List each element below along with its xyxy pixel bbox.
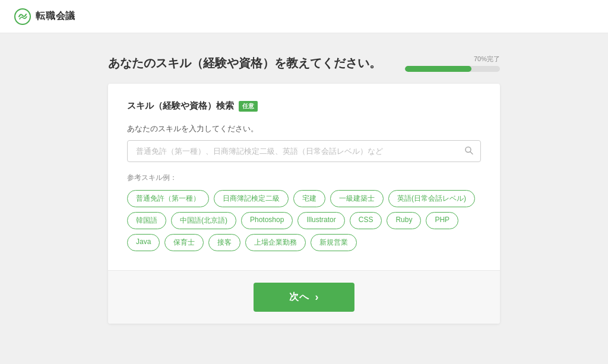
svg-point-0 (15, 9, 30, 24)
next-button-label: 次へ (289, 291, 309, 303)
chevron-right-icon: › (315, 291, 319, 303)
progress-bar-fill (405, 66, 471, 72)
skill-tag[interactable]: 日商簿記検定二級 (214, 190, 289, 207)
skill-tag[interactable]: 保育士 (164, 234, 204, 251)
skill-tag[interactable]: 一級建築士 (330, 190, 384, 207)
skill-tag[interactable]: CSS (350, 212, 382, 229)
progress-bar-bg (405, 66, 500, 72)
main-card: スキル（経験や資格）検索 任意 あなたのスキルを入力してください。 参考スキル例… (108, 84, 500, 324)
skill-tag[interactable]: Java (127, 234, 160, 251)
skill-tag[interactable]: 宅建 (293, 190, 325, 207)
skill-tag[interactable]: Photoshop (241, 212, 293, 229)
skill-tags-wrap: 普通免許（第一種）日商簿記検定二級宅建一級建築士英語(日常会話レベル)韓国語中国… (127, 190, 481, 251)
skill-tag[interactable]: 中国語(北京語) (171, 212, 236, 229)
skill-tag[interactable]: 上場企業勤務 (245, 234, 306, 251)
section-title: スキル（経験や資格）検索 任意 (127, 100, 481, 112)
card-body: スキル（経験や資格）検索 任意 あなたのスキルを入力してください。 参考スキル例… (108, 84, 500, 270)
logo-icon (14, 8, 31, 25)
ref-skills-label: 参考スキル例： (127, 173, 481, 183)
page-header: あなたのスキル（経験や資格）を教えてください。 70%完了 (108, 55, 500, 72)
skill-tag[interactable]: Illustrator (297, 212, 344, 229)
required-badge: 任意 (239, 101, 258, 112)
skill-tag[interactable]: 韓国語 (127, 212, 166, 229)
skill-tag[interactable]: 新規営業 (311, 234, 357, 251)
svg-line-2 (470, 151, 473, 154)
page-title: あなたのスキル（経験や資格）を教えてください。 (108, 55, 381, 71)
progress-wrap: 70%完了 (405, 55, 500, 72)
skill-tag[interactable]: 接客 (208, 234, 240, 251)
skill-tag[interactable]: 普通免許（第一種） (127, 190, 209, 207)
progress-label: 70%完了 (474, 55, 500, 64)
input-label: あなたのスキルを入力してください。 (127, 124, 481, 134)
logo-text: 転職会議 (36, 10, 75, 23)
search-wrap (127, 140, 481, 162)
skill-tag[interactable]: 英語(日常会話レベル) (388, 190, 475, 207)
skill-search-input[interactable] (127, 140, 481, 162)
next-button[interactable]: 次へ › (254, 283, 354, 312)
logo: 転職会議 (14, 8, 75, 25)
search-icon (464, 145, 474, 157)
skill-tag[interactable]: PHP (426, 212, 458, 229)
main-content: あなたのスキル（経験や資格）を教えてください。 70%完了 スキル（経験や資格）… (0, 33, 608, 335)
skill-tag[interactable]: Ruby (387, 212, 421, 229)
header: 転職会議 (0, 0, 608, 33)
section-title-text: スキル（経験や資格）検索 (127, 100, 234, 112)
card-footer: 次へ › (108, 270, 500, 324)
